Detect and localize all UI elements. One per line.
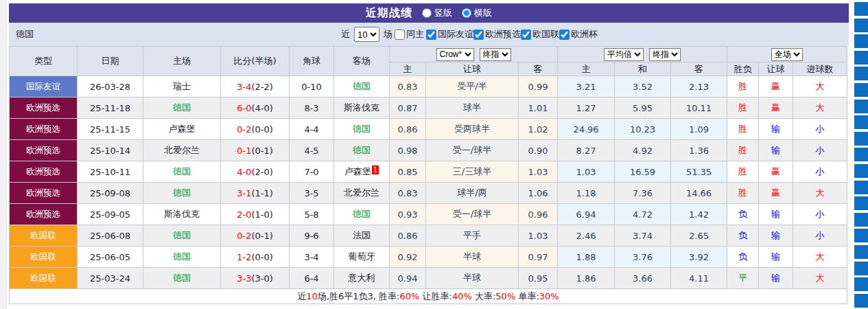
competition-checkbox-3[interactable] [559, 30, 570, 40]
table-row: 欧洲预选25-10-11德国4-0(2-0)7-0卢森堡10.85三/三球半1.… [10, 161, 847, 183]
fulltime-score: 4-0 [237, 167, 251, 177]
avg-away-cell: 1.42 [671, 204, 727, 225]
goals-result-cell: 小 [793, 119, 847, 140]
result-cell: 胜 [727, 183, 759, 204]
competition-checkbox-0[interactable] [426, 30, 436, 40]
filter-controls: 近 10 场 同主 国际友谊欧洲预选欧国联欧洲杯 [341, 27, 598, 42]
handicap-result-cell: 输 [759, 247, 793, 268]
competition-filter-1[interactable]: 欧洲预选 [473, 28, 521, 41]
odds-time-select[interactable]: 终指 [480, 48, 511, 61]
odds-source-select[interactable]: Crow* [436, 48, 474, 61]
sub-header-result: 胜负 [727, 62, 759, 76]
avg-time-select[interactable]: 终指 [649, 48, 681, 61]
result-cell: 平 [727, 268, 759, 289]
same-home-filter[interactable]: 同主 [395, 28, 424, 41]
away-team-cell[interactable]: 法国 [334, 225, 390, 247]
handicap-cell: 球半 [426, 98, 519, 119]
col-header-type: 类型 [10, 47, 78, 76]
odds-home-cell: 0.86 [390, 225, 426, 247]
same-home-label: 同主 [406, 28, 424, 41]
odds-home-cell: 0.94 [390, 268, 426, 289]
home-team-cell[interactable]: 瑞士 [143, 76, 221, 98]
result-cell: 胜 [727, 76, 759, 98]
avg-away-cell: 1.09 [671, 119, 727, 140]
avg-home-cell: 1.03 [558, 161, 615, 183]
competition-checkbox-1[interactable] [473, 30, 484, 40]
avg-away-cell: 14.66 [671, 183, 727, 204]
home-team-cell[interactable]: 斯洛伐克 [143, 204, 221, 225]
score-cell: 6-0(4-0) [221, 98, 290, 119]
score-cell: 3-1(1-1) [221, 183, 290, 204]
score-cell: 0-2(0-1) [221, 225, 290, 247]
avg-draw-cell: 5.95 [615, 98, 671, 119]
home-team-cell[interactable]: 德国 [143, 225, 221, 247]
home-team-cell[interactable]: 德国 [143, 98, 221, 119]
home-team-cell[interactable]: 德国 [143, 268, 221, 289]
avg-away-cell: 4.11 [671, 268, 727, 289]
avg-away-cell: 51.35 [671, 161, 727, 183]
odds-away-cell: 1.03 [519, 161, 558, 183]
competition-filter-2[interactable]: 欧国联 [521, 28, 559, 41]
side-blue-blocks [854, 2, 868, 309]
goals-result-cell: 大 [793, 98, 847, 119]
home-team-cell[interactable]: 卢森堡 [143, 119, 221, 140]
horizontal-radio-icon[interactable] [462, 8, 471, 18]
table-row: 国际友谊26-03-28瑞士3-4(2-2)0-10德国0.83受平/半0.99… [10, 76, 847, 98]
odds-home-cell: 0.86 [390, 119, 426, 140]
handicap-cell: 受一/球半 [426, 204, 519, 225]
recent-count-select[interactable]: 10 [354, 27, 379, 42]
vertical-radio-label: 竖版 [434, 7, 452, 19]
odds-home-cell: 0.83 [390, 183, 426, 204]
result-cell: 负 [727, 204, 759, 225]
away-team-cell[interactable]: 德国 [334, 119, 390, 140]
league-badge: 欧国联 [10, 225, 78, 247]
layout-radio-vertical[interactable]: 竖版 [422, 7, 452, 19]
home-team-cell[interactable]: 北爱尔兰 [143, 140, 221, 161]
competition-filter-3[interactable]: 欧洲杯 [559, 28, 598, 41]
fulltime-score: 1-2 [237, 252, 251, 262]
competition-label-3: 欧洲杯 [571, 28, 598, 41]
away-team-cell[interactable]: 卢森堡1 [334, 161, 390, 183]
odds-away-cell: 0.99 [519, 76, 558, 98]
corner-cell: 8-3 [290, 98, 334, 119]
scope-select[interactable]: 全场 [771, 48, 803, 61]
fulltime-score: 3-1 [237, 188, 251, 198]
away-team-cell[interactable]: 德国 [334, 140, 390, 161]
away-team-cell[interactable]: 葡萄牙 [334, 247, 390, 268]
competition-checkbox-2[interactable] [521, 30, 531, 40]
away-team-cell[interactable]: 德国 [334, 204, 390, 225]
fulltime-score: 6-0 [237, 103, 251, 113]
date-cell: 25-11-15 [78, 119, 143, 140]
avg-source-select[interactable]: 平均值 [604, 48, 644, 61]
goals-result-cell: 大 [793, 76, 847, 98]
score-cell: 3-3(3-0) [221, 268, 290, 289]
home-team-cell[interactable]: 德国 [143, 183, 221, 204]
sub-header-avg-draw: 和 [615, 62, 671, 76]
away-team-cell[interactable]: 德国 [334, 76, 390, 98]
home-team-cell[interactable]: 德国 [143, 161, 221, 183]
away-team-name: 德国 [353, 124, 371, 134]
corner-cell: 4-5 [290, 140, 334, 161]
odds-home-cell: 0.85 [390, 161, 426, 183]
odds-selects-cell: Crow*终指 [390, 47, 558, 62]
date-cell: 25-09-08 [78, 183, 143, 204]
away-team-cell[interactable]: 北爱尔兰 [334, 183, 390, 204]
layout-radio-horizontal[interactable]: 横版 [462, 7, 492, 19]
avg-away-cell: 2.65 [671, 225, 727, 247]
home-team-cell[interactable]: 德国 [143, 247, 221, 268]
corner-cell: 3-4 [290, 247, 334, 268]
summary-segment-3: 60% [400, 291, 420, 301]
same-home-checkbox[interactable] [395, 30, 405, 40]
vertical-radio-icon[interactable] [422, 8, 432, 18]
away-team-cell[interactable]: 意大利 [334, 268, 390, 289]
score-cell: 1-2(0-0) [221, 247, 290, 268]
competition-filter-0[interactable]: 国际友谊 [426, 28, 473, 41]
handicap-cell: 受一/球半 [426, 140, 519, 161]
away-team-name: 法国 [353, 230, 371, 240]
away-team-cell[interactable]: 斯洛伐克 [334, 98, 390, 119]
away-team-name: 卢森堡 [344, 166, 371, 176]
handicap-result-cell: 赢 [759, 161, 793, 183]
col-header-home: 主场 [143, 47, 221, 76]
odds-home-cell: 0.83 [390, 76, 426, 98]
score-cell: 3-4(2-2) [221, 76, 290, 98]
